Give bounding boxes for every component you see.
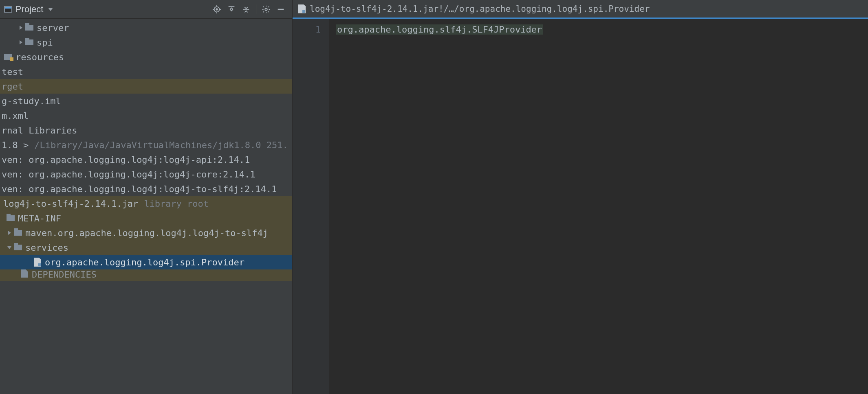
editor-area: log4j-to-slf4j-2.14.1.jar!/…/org.apache.… [293,0,868,394]
editor-body: 1 org.apache.logging.slf4j.SLF4JProvider [293,19,868,394]
tree-folder-services[interactable]: services [0,240,292,255]
editor-tab-label: log4j-to-slf4j-2.14.1.jar!/…/org.apache.… [310,4,650,14]
folder-icon [14,245,22,250]
tool-window-icon [4,6,12,13]
project-tree[interactable]: server spi resources test rget g-study.i… [0,19,292,394]
file-icon [21,269,28,278]
gutter-line-number: 1 [293,24,321,35]
svg-point-8 [265,8,267,11]
folder-icon [25,39,33,45]
tree-node-external-libraries[interactable]: rnal Libraries [0,123,292,138]
tree-label: org.apache.logging.log4j.spi.Provider [45,257,245,267]
minimize-icon [276,5,285,14]
tree-label: rget [2,81,23,92]
toolbar-divider [256,4,256,14]
app-root: Project se [0,0,868,394]
tree-label: ven: org.apache.logging.log4j:log4j-to-s… [2,184,277,194]
chevron-right-icon [20,26,22,30]
tree-node-maven-log4j-to-slf4j[interactable]: ven: org.apache.logging.log4j:log4j-to-s… [0,182,292,196]
tree-node-maven-log4j-api[interactable]: ven: org.apache.logging.log4j:log4j-api:… [0,152,292,167]
sidebar-header: Project [0,0,292,19]
locate-button[interactable] [209,2,224,17]
hide-button[interactable] [273,2,288,17]
tree-label: ven: org.apache.logging.log4j:log4j-api:… [2,155,250,165]
tree-label: services [25,243,68,253]
tree-label: m.xml [2,111,29,121]
tree-file-pom[interactable]: m.xml [0,108,292,123]
tree-node-jar-root[interactable]: log4j-to-slf4j-2.14.1.jar library root [0,196,292,211]
chevron-right-icon [8,231,11,235]
file-icon [34,258,41,267]
tree-label: maven.org.apache.logging.log4j.log4j-to-… [25,228,268,238]
tree-sublabel: library root [144,199,209,209]
expand-all-button[interactable] [224,2,239,17]
tree-label: log4j-to-slf4j-2.14.1.jar [3,199,138,209]
tree-node-maven-log4j-core[interactable]: ven: org.apache.logging.log4j:log4j-core… [0,167,292,182]
tree-folder-resources[interactable]: resources [0,50,292,64]
chevron-down-icon [7,246,11,249]
tree-folder-meta-inf[interactable]: META-INF [0,211,292,225]
tree-folder-maven-pkg[interactable]: maven.org.apache.logging.log4j.log4j-to-… [0,225,292,240]
tree-label: spi [37,37,53,48]
folder-icon [14,230,22,236]
project-dropdown[interactable]: Project [4,4,53,15]
tree-file-provider[interactable]: org.apache.logging.log4j.spi.Provider [0,255,292,269]
tree-label: server [37,23,69,33]
editor-code[interactable]: org.apache.logging.slf4j.SLF4JProvider [329,19,868,394]
project-tool-window: Project se [0,0,293,394]
sidebar-title-text: Project [15,4,43,15]
tree-folder-test[interactable]: test [0,64,292,79]
tree-node-jdk[interactable]: 1.8 > /Library/Java/JavaVirtualMachines/… [0,138,292,152]
chevron-right-icon [20,40,22,44]
tree-folder-server[interactable]: server [0,20,292,35]
tree-label: ven: org.apache.logging.log4j:log4j-core… [2,169,256,179]
chevron-down-icon [48,8,53,11]
tree-label: 1.8 > [2,140,29,150]
folder-icon [25,25,33,31]
tree-label: resources [15,52,64,62]
tree-label: rnal Libraries [2,125,77,136]
resources-folder-icon [4,54,12,60]
tree-label: g-study.iml [2,96,61,106]
tree-file-dependencies[interactable]: DEPENDENCIES [0,269,292,281]
collapse-all-button[interactable] [239,2,253,17]
tree-label: DEPENDENCIES [32,269,97,280]
tree-label: test [2,67,23,77]
gear-icon [262,5,271,14]
target-icon [212,5,221,14]
code-line-1[interactable]: org.apache.logging.slf4j.SLF4JProvider [336,24,543,35]
tree-label: META-INF [18,213,61,223]
tree-folder-target[interactable]: rget [0,79,292,94]
tree-folder-spi[interactable]: spi [0,35,292,50]
editor-tab[interactable]: log4j-to-slf4j-2.14.1.jar!/…/org.apache.… [293,0,868,19]
collapse-all-icon [242,5,251,14]
expand-all-icon [227,5,236,14]
file-icon [298,4,306,13]
tree-sublabel: /Library/Java/JavaVirtualMachines/jdk1.8… [34,140,288,150]
settings-button[interactable] [259,2,273,17]
editor-gutter[interactable]: 1 [293,19,329,394]
svg-point-1 [216,9,218,10]
tree-file-iml[interactable]: g-study.iml [0,94,292,108]
folder-icon [7,215,15,221]
